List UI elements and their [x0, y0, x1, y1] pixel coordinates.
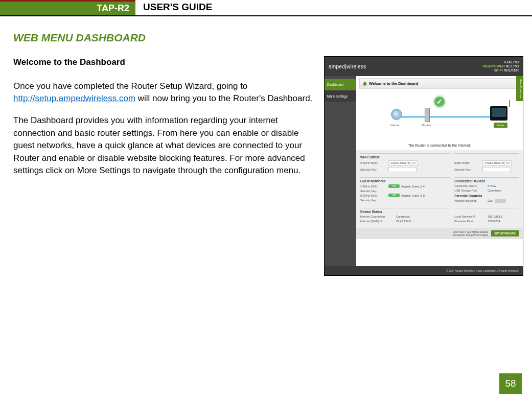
model-line1: HIGHPOWER AC1750 — [482, 64, 519, 68]
setup-wizard-button: SETUP WIZARD — [491, 230, 519, 236]
router-icon — [490, 106, 507, 121]
label-internet: Internet — [390, 124, 400, 127]
shot-footer: © 2014 Amped Wireless / Newo Corporation… — [325, 266, 523, 275]
subheading: Welcome to the Dashboard — [13, 56, 315, 69]
setup-wizard-bar: Click here if you wish to access the Rou… — [356, 228, 523, 239]
para1-prefix: Once you have completed the Router Setup… — [13, 81, 247, 91]
body-columns: Welcome to the Dashboard Once you have c… — [13, 56, 519, 276]
welcome-label: Welcome to the Dashboard — [369, 81, 419, 86]
globe-icon — [391, 109, 402, 120]
connection-line — [395, 116, 504, 117]
house-icon — [363, 82, 367, 86]
page-header: TAP-R2 USER'S GUIDE — [0, 0, 532, 16]
connected-message: The Router is connected to the Internet. — [359, 142, 520, 150]
connection-diagram: ✓ Internet Modem Router — [359, 92, 520, 140]
brand-logo: amped|wireless — [329, 64, 366, 69]
text-column: Welcome to the Dashboard Once you have c… — [13, 56, 315, 276]
shot-body: Dashboard More Settings Welcome to the D… — [325, 76, 523, 266]
model-block: RTA1750 HIGHPOWER AC1750 Wi-Fi ROUTER — [482, 60, 519, 73]
model-line2: Wi-Fi ROUTER — [482, 68, 519, 73]
shot-main: Welcome to the Dashboard ✓ Internet Mode… — [356, 76, 523, 266]
guide-title: USER'S GUIDE — [143, 2, 212, 13]
page-number: 58 — [499, 373, 522, 394]
wifi-status-group: Wi-Fi Status 2.4GHz SSID:Amped_RTA1750_2… — [360, 153, 450, 173]
wifi-status-title: Wi-Fi Status — [360, 155, 450, 159]
shot-sidebar: Dashboard More Settings — [325, 76, 356, 266]
label-modem: Modem — [422, 124, 431, 127]
device-status-group: Device Status Internet Connection:Connec… — [360, 208, 450, 224]
product-badge: TAP-R2 — [0, 0, 135, 15]
content: WEB MENU DASHBOARD Welcome to the Dashbo… — [0, 16, 532, 276]
setup-note: Click here if you wish to access the Rou… — [453, 230, 488, 236]
welcome-bar: Welcome to the Dashboard — [359, 78, 520, 89]
paragraph-1: Once you have completed the Router Setup… — [13, 80, 315, 105]
connected-devices-group: Connected Devices Connected Users:8 View… — [454, 177, 519, 204]
setup-url-link[interactable]: http://setup.ampedwireless.com — [13, 93, 135, 103]
paragraph-2: The Dashboard provides you with informat… — [13, 114, 315, 177]
shot-data: Wi-Fi Status 2.4GHz SSID:Amped_RTA1750_2… — [356, 150, 523, 239]
product-code: TAP-R2 — [97, 3, 129, 14]
sidebar-dashboard: Dashboard — [325, 79, 356, 90]
wifi-status-5g: 5GHz SSID:Amped_RTA1750_5.0 Security Key… — [454, 153, 519, 173]
section-heading: WEB MENU DASHBOARD — [13, 32, 519, 44]
para1-suffix: will now bring you to the Router's Dashb… — [135, 93, 312, 103]
sidebar-more: More Settings — [325, 91, 356, 102]
shot-topbar: amped|wireless RTA1750 HIGHPOWER AC1750 … — [325, 57, 523, 76]
device-status-right: Local Network IP:192.168.3.1 Firmware Da… — [454, 208, 519, 224]
guest-networks-group: Guest Networks 2.4GHz SSID:ONAmped_Guest… — [360, 177, 450, 204]
dashboard-screenshot: amped|wireless RTA1750 HIGHPOWER AC1750 … — [324, 56, 523, 276]
checkmark-icon: ✓ — [433, 95, 446, 108]
modem-icon — [425, 108, 430, 122]
label-router: Router — [494, 123, 507, 128]
model-code: RTA1750 — [482, 60, 519, 64]
